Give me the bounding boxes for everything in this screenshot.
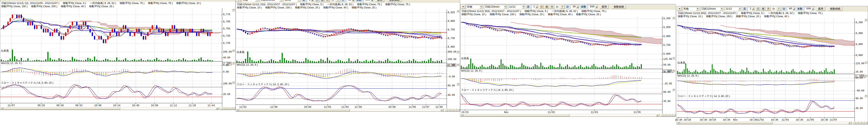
day-bar-button[interactable]: 日 xyxy=(315,0,319,2)
chevron-down-icon[interactable]: ▼ xyxy=(720,7,723,10)
zoom-out-button[interactable]: − xyxy=(660,114,663,117)
multi-symbol-button[interactable]: 複数銘柄 xyxy=(612,5,626,9)
section-menu-button[interactable]: ▼ xyxy=(864,95,867,97)
spinner-icon[interactable]: ◢ xyxy=(811,7,814,10)
section-menu-button[interactable]: ▼ xyxy=(457,83,459,85)
chevron-down-icon[interactable]: ▼ xyxy=(504,5,507,8)
section-menu-button[interactable]: ▼ xyxy=(457,63,459,66)
fit-horizontal-button[interactable]: ↔ xyxy=(454,108,457,111)
window-menu-button[interactable]: ▼ xyxy=(678,7,682,11)
macd-section[interactable]: MACD( 12, 26, 9 ) xyxy=(677,74,855,94)
volume-section[interactable]: 出来高 xyxy=(0,49,222,61)
chevron-down-icon[interactable]: ▼ xyxy=(298,0,301,2)
day-bar-button[interactable]: 日 xyxy=(539,5,544,9)
fit-horizontal-button[interactable]: ↔ xyxy=(229,107,232,110)
main-chart-area-canvas[interactable] xyxy=(0,8,222,49)
horizontal-scrollbar[interactable]: ◄►−＋↕↔▪ xyxy=(677,122,868,124)
volume-section[interactable]: 出来高 xyxy=(677,61,855,74)
market-combo[interactable]: 先物▼ xyxy=(682,7,700,11)
spinner-icon[interactable]: ◢ xyxy=(371,0,373,2)
section-menu-button[interactable]: ▼ xyxy=(672,57,675,59)
bar-count-spinner[interactable]: 1◢ xyxy=(748,7,755,11)
spinner-icon[interactable]: ◢ xyxy=(793,7,795,10)
volume-section[interactable]: 出来高 xyxy=(460,56,662,69)
section-menu-button[interactable]: ▼ xyxy=(864,75,867,77)
fit-vertical-button[interactable]: ↕ xyxy=(451,108,454,111)
minutes-spinner[interactable]: 60◢ xyxy=(787,7,796,11)
minutes-spinner[interactable]: 15◢ xyxy=(346,0,355,2)
chevron-down-icon[interactable]: ▼ xyxy=(479,5,483,8)
chart-options-button[interactable]: ▪ xyxy=(232,107,235,110)
fit-vertical-button[interactable]: ↕ xyxy=(226,107,229,110)
volume-section-canvas[interactable] xyxy=(236,50,447,63)
macd-section[interactable]: MACD( 12, 26, 9 ) xyxy=(0,61,222,81)
section-menu-button[interactable]: ▼ xyxy=(232,62,235,64)
apply-button[interactable]: 適用 xyxy=(375,0,384,2)
main-chart-area[interactable] xyxy=(460,16,662,56)
macd-section-canvas[interactable] xyxy=(0,61,222,81)
bars-spinner[interactable]: 500◢ xyxy=(363,0,374,2)
macd-section-canvas[interactable] xyxy=(677,74,855,94)
market-combo[interactable]: 先物▼ xyxy=(466,5,483,9)
stochastics-section[interactable]: スロー・ストキャスティクス( 14, 3, 80, 20 ) xyxy=(677,94,855,118)
scroll-left-button[interactable]: ◄ xyxy=(236,108,239,111)
spinner-icon[interactable]: ◢ xyxy=(576,5,579,8)
minutes-spinner[interactable]: 30◢ xyxy=(570,5,579,9)
zoom-in-button[interactable]: ＋ xyxy=(856,122,859,124)
main-chart-area[interactable] xyxy=(677,18,855,61)
symbol-combo[interactable]: 日経225mini▼ xyxy=(484,5,507,9)
volume-section-canvas[interactable] xyxy=(0,49,222,61)
stochastics-section[interactable]: スロー・ストキャスティクス( 14, 3, 80, 20 ) xyxy=(460,88,662,110)
zoom-out-button[interactable]: − xyxy=(220,107,223,110)
scroll-right-button[interactable]: ► xyxy=(216,107,219,110)
week-bar-button[interactable]: 週 xyxy=(761,7,765,11)
bars-spinner[interactable]: 500◢ xyxy=(588,5,598,9)
contract-combo[interactable]: 11/12▼ xyxy=(284,0,301,2)
zoom-out-button[interactable]: − xyxy=(445,108,448,111)
scroll-left-button[interactable]: ◄ xyxy=(0,107,3,110)
macd-section-canvas[interactable] xyxy=(236,63,447,82)
scroll-right-button[interactable]: ► xyxy=(656,114,659,117)
week-bar-button[interactable]: 週 xyxy=(545,5,549,9)
month-bar-button[interactable]: 月 xyxy=(325,0,330,2)
apply-button[interactable]: 適用 xyxy=(600,5,609,9)
horizontal-scrollbar[interactable]: ◄►−＋↕↔▪ xyxy=(0,107,235,110)
contract-combo[interactable]: 11/12▼ xyxy=(724,7,742,11)
main-chart-area-canvas[interactable] xyxy=(236,9,447,50)
volume-section-canvas[interactable] xyxy=(677,61,855,74)
spinner-icon[interactable]: ◢ xyxy=(535,5,538,8)
window-menu-button[interactable]: ▼ xyxy=(461,5,465,9)
scroll-track[interactable] xyxy=(464,114,656,117)
zoom-in-button[interactable]: ＋ xyxy=(223,107,226,110)
month-bar-button[interactable]: 月 xyxy=(550,5,554,9)
minute-bar-button[interactable]: 分 xyxy=(771,7,776,11)
minute-bar-button[interactable]: 分 xyxy=(331,0,335,2)
chart-options-button[interactable]: ▪ xyxy=(457,108,460,111)
scroll-thumb[interactable] xyxy=(4,107,120,109)
chevron-down-icon[interactable]: ▼ xyxy=(279,0,282,2)
zoom-in-button[interactable]: ＋ xyxy=(448,108,451,111)
symbol-combo[interactable]: 日経225mini▼ xyxy=(701,7,724,11)
apply-button[interactable]: 適用 xyxy=(816,7,825,11)
multi-symbol-button[interactable]: 複数銘柄 xyxy=(388,0,401,2)
spinner-icon[interactable]: ◢ xyxy=(595,5,598,8)
chart-options-button[interactable]: ▪ xyxy=(865,122,868,124)
bars-spinner[interactable]: 500◢ xyxy=(804,7,814,11)
window-menu-button[interactable]: ▼ xyxy=(237,0,241,2)
section-menu-button[interactable]: ▼ xyxy=(457,51,459,53)
tick-bar-button[interactable]: T xyxy=(336,0,340,2)
scroll-right-button[interactable]: ► xyxy=(848,122,851,124)
spinner-icon[interactable]: ◢ xyxy=(752,7,754,10)
horizontal-scrollbar[interactable]: ◄►−＋↕↔▪ xyxy=(460,114,676,117)
multi-symbol-button[interactable]: 複数銘柄 xyxy=(828,7,842,11)
fit-vertical-button[interactable]: ↕ xyxy=(666,114,670,117)
section-menu-button[interactable]: ▼ xyxy=(864,61,867,64)
section-menu-button[interactable]: ▼ xyxy=(232,9,235,11)
macd-section[interactable]: MACD( 12, 26, 9 ) xyxy=(236,63,447,82)
section-menu-button[interactable]: ▼ xyxy=(232,49,235,52)
tick-bar-button[interactable]: T xyxy=(777,7,781,11)
volume-section[interactable]: 出来高 xyxy=(236,50,447,63)
scroll-left-button[interactable]: ◄ xyxy=(677,122,680,124)
macd-section[interactable]: MACD( 12, 26, 9 ) xyxy=(460,69,662,88)
chevron-down-icon[interactable]: ▼ xyxy=(522,5,525,8)
